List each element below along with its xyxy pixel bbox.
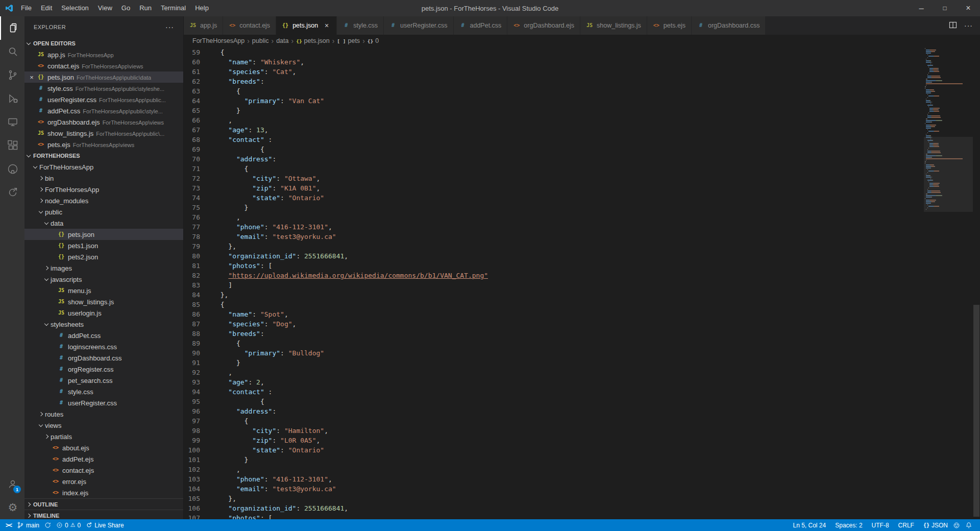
breadcrumb-item[interactable]: data [276, 37, 288, 44]
sync-button[interactable] [42, 519, 54, 531]
remote-indicator[interactable]: >< [3, 519, 14, 531]
folder-javascripts[interactable]: javascripts [24, 274, 183, 285]
problems-status[interactable]: 0 ⚠ 0 [54, 519, 83, 531]
section-open-editors[interactable]: OPEN EDITORS [24, 38, 183, 49]
status-cursor-position[interactable]: Ln 5, Col 24 [791, 522, 829, 529]
split-editor-icon[interactable] [949, 21, 957, 31]
activity-search[interactable] [0, 40, 24, 63]
folder-stylesheets[interactable]: stylesheets [24, 319, 183, 330]
minimap[interactable] [924, 47, 973, 519]
activity-explorer[interactable] [0, 16, 24, 40]
tab-pets.ejs[interactable]: <>pets.ejs [647, 16, 692, 35]
folder-views[interactable]: views [24, 420, 183, 431]
breadcrumb-item[interactable]: ForTheHorsesApp [192, 37, 244, 44]
folder-node_modules[interactable]: node_modules [24, 195, 183, 206]
folder-data[interactable]: data [24, 218, 183, 229]
close-icon[interactable]: × [28, 74, 35, 81]
activity-run-debug[interactable] [0, 87, 24, 110]
more-actions-icon[interactable]: ··· [165, 23, 174, 31]
open-editor-pets.json[interactable]: ×{}pets.jsonForTheHorsesApp\public\data [24, 71, 183, 83]
breadcrumb-item[interactable]: public [252, 37, 269, 44]
editor-scrollbar[interactable] [973, 47, 980, 519]
editor[interactable]: 5960616263646566676869707172737475767778… [184, 47, 980, 519]
file-menu.js[interactable]: JSmenu.js [24, 285, 183, 296]
folder-images[interactable]: images [24, 262, 183, 274]
status-language-mode[interactable]: {}JSON [921, 522, 950, 529]
tab-orgDashboard.css[interactable]: #orgDashboard.css [692, 16, 766, 35]
file-addPet.css[interactable]: #addPet.css [24, 330, 183, 341]
section-outline[interactable]: OUTLINE [24, 498, 183, 510]
file-pets1.json[interactable]: {}pets1.json [24, 240, 183, 251]
close-button[interactable]: × [957, 0, 980, 16]
status-eol[interactable]: CRLF [896, 522, 917, 529]
activity-live-share[interactable] [0, 181, 24, 204]
activity-source-control[interactable] [0, 63, 24, 87]
folder-partials[interactable]: partials [24, 431, 183, 442]
tab-orgDashboard.ejs[interactable]: <>orgDashboard.ejs [507, 16, 580, 35]
file-style.css[interactable]: #style.css [24, 386, 183, 397]
menu-view[interactable]: View [93, 0, 117, 16]
open-editor-orgDashboard.ejs[interactable]: <>orgDashboard.ejsForTheHorsesApp\views [24, 116, 183, 128]
activity-github[interactable] [0, 157, 24, 181]
activity-accounts[interactable]: 1 [0, 472, 24, 496]
activity-remote-explorer[interactable] [0, 110, 24, 134]
file-error.ejs[interactable]: <>error.ejs [24, 476, 183, 487]
tab-userRegister.css[interactable]: #userRegister.css [384, 16, 453, 35]
file-orgDashboard.css[interactable]: #orgDashboard.css [24, 352, 183, 364]
feedback-button[interactable] [950, 519, 963, 531]
close-icon[interactable]: × [323, 21, 331, 30]
file-orgRegister.css[interactable]: #orgRegister.css [24, 364, 183, 375]
open-editor-app.js[interactable]: JSapp.jsForTheHorsesApp [24, 49, 183, 60]
open-editor-style.css[interactable]: #style.cssForTheHorsesApp\public\stylesh… [24, 83, 183, 94]
open-editor-show_listings.js[interactable]: JSshow_listings.jsForTheHorsesApp\public… [24, 128, 183, 139]
maximize-button[interactable]: □ [933, 0, 957, 16]
file-pets.json[interactable]: {}pets.json [24, 229, 183, 240]
live-share-button[interactable]: Live Share [83, 519, 126, 531]
notifications-bell[interactable] [963, 519, 975, 531]
menu-file[interactable]: File [16, 0, 36, 16]
file-index.ejs[interactable]: <>index.ejs [24, 487, 183, 498]
file-pet_search.css[interactable]: #pet_search.css [24, 375, 183, 386]
section-timeline[interactable]: TIMELINE [24, 510, 183, 519]
folder-routes[interactable]: routes [24, 408, 183, 420]
tab-style.css[interactable]: #style.css [337, 16, 384, 35]
tab-show_listings.js[interactable]: JSshow_listings.js [580, 16, 647, 35]
section-project[interactable]: FORTHEHORSES [24, 150, 183, 161]
menu-go[interactable]: Go [117, 0, 135, 16]
tab-addPet.css[interactable]: #addPet.css [454, 16, 508, 35]
open-editor-userRegister.css[interactable]: #userRegister.cssForTheHorsesApp\public.… [24, 94, 183, 105]
file-userlogin.js[interactable]: JSuserlogin.js [24, 307, 183, 319]
status-encoding[interactable]: UTF-8 [869, 522, 892, 529]
breadcrumb-item[interactable]: {}pets.json [296, 37, 329, 44]
tab-pets.json[interactable]: {}pets.json× [276, 16, 337, 35]
more-actions-icon[interactable]: ··· [964, 21, 973, 30]
file-addPet.ejs[interactable]: <>addPet.ejs [24, 453, 183, 465]
folder-ForTheHorsesApp[interactable]: ForTheHorsesApp [24, 184, 183, 195]
open-editor-addPet.css[interactable]: #addPet.cssForTheHorsesApp\public\style.… [24, 105, 183, 116]
minimap-slider[interactable] [924, 137, 973, 212]
file-userRegister.css[interactable]: #userRegister.css [24, 397, 183, 408]
minimize-button[interactable]: ─ [910, 0, 933, 16]
folder-bin[interactable]: bin [24, 173, 183, 184]
tab-contact.ejs[interactable]: <>contact.ejs [223, 16, 276, 35]
open-editor-contact.ejs[interactable]: <>contact.ejsForTheHorsesApp\views [24, 60, 183, 71]
file-contact.ejs[interactable]: <>contact.ejs [24, 465, 183, 476]
menu-terminal[interactable]: Terminal [156, 0, 190, 16]
file-pets2.json[interactable]: {}pets2.json [24, 251, 183, 262]
folder-ForTheHorsesApp[interactable]: ForTheHorsesApp [24, 161, 183, 173]
activity-settings[interactable]: ⚙ [0, 496, 24, 519]
folder-public[interactable]: public [24, 206, 183, 218]
menu-selection[interactable]: Selection [57, 0, 93, 16]
tab-app.js[interactable]: JSapp.js [184, 16, 223, 35]
breadcrumb-item[interactable]: [ ]pets [337, 37, 360, 44]
open-editor-pets.ejs[interactable]: <>pets.ejsForTheHorsesApp\views [24, 139, 183, 150]
menu-help[interactable]: Help [190, 0, 213, 16]
git-branch-status[interactable]: main [14, 519, 42, 531]
status-indentation[interactable]: Spaces: 2 [832, 522, 865, 529]
file-loginscreens.css[interactable]: #loginscreens.css [24, 341, 183, 352]
file-about.ejs[interactable]: <>about.ejs [24, 442, 183, 453]
scrollbar-thumb[interactable] [973, 305, 979, 517]
code-lines[interactable]: { "name": "Whiskers", "species": "Cat", … [200, 47, 924, 519]
activity-extensions[interactable] [0, 134, 24, 157]
menu-run[interactable]: Run [135, 0, 156, 16]
